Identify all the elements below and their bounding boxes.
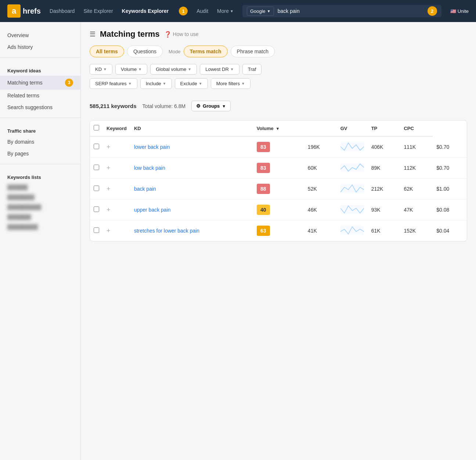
filter-exclude[interactable]: Exclude ▼: [175, 78, 208, 89]
logo-icon: a: [7, 4, 21, 18]
kd-badge-4: 63: [257, 226, 270, 236]
add-keyword-btn-4[interactable]: +: [103, 220, 130, 241]
tab-terms-match[interactable]: Terms match: [184, 46, 228, 57]
nav-dashboard[interactable]: Dashboard: [50, 8, 75, 14]
kd-badge-2: 88: [257, 184, 270, 194]
page-title: Matching terms: [100, 29, 160, 39]
filter-lowest-dr[interactable]: Lowest DR ▼: [200, 64, 239, 75]
tab-phrase-match[interactable]: Phrase match: [231, 46, 275, 57]
add-keyword-btn-2[interactable]: +: [103, 179, 130, 200]
filter-serp-features[interactable]: SERP features ▼: [90, 78, 137, 89]
sidebar-badge-3: 3: [65, 79, 73, 87]
row-checkbox-2[interactable]: [94, 186, 99, 191]
nav-audit[interactable]: Audit: [196, 8, 208, 14]
menu-icon[interactable]: ☰: [90, 30, 95, 38]
sliders-icon: ⚙: [196, 103, 201, 109]
col-volume[interactable]: Volume ▼: [253, 121, 304, 136]
how-to-use-button[interactable]: ❓ How to use: [164, 31, 199, 38]
sidebar-divider-3: [0, 164, 80, 164]
groups-button[interactable]: ⚙ Groups ▼: [191, 101, 231, 111]
sidebar-item-overview[interactable]: Overview: [0, 29, 80, 41]
search-engine-selector[interactable]: Google ▼: [247, 7, 274, 16]
sidebar-item-related-terms[interactable]: Related terms: [0, 90, 80, 101]
table-header-row: Keyword KD Volume ▼ GV TP CPC: [90, 121, 467, 136]
svg-rect-2: [340, 184, 364, 193]
country-selector[interactable]: 🇺🇸 Unite: [450, 8, 469, 14]
main-layout: Overview Ads history Keyword ideas Match…: [0, 22, 476, 460]
results-count: 585,211 keywords: [90, 103, 137, 109]
col-gv: GV: [337, 121, 368, 136]
filter-volume[interactable]: Volume ▼: [115, 64, 147, 75]
add-keyword-btn-0[interactable]: +: [103, 136, 130, 158]
chevron-down-icon: ▼: [230, 9, 234, 13]
nav-site-explorer[interactable]: Site Explorer: [83, 8, 113, 14]
sidebar-item-search-suggestions[interactable]: Search suggestions: [0, 101, 80, 113]
keyword-link-2[interactable]: back pain: [134, 186, 156, 192]
tabs-row: All terms Questions Mode Terms match Phr…: [90, 46, 467, 57]
sidebar-divider-1: [0, 57, 80, 58]
search-badge-2: 2: [428, 6, 437, 16]
table-row: + upper back pain 40 46K 93K 47K $0.08: [90, 200, 467, 220]
filter-global-volume[interactable]: Global volume ▼: [150, 64, 197, 75]
add-keyword-btn-3[interactable]: +: [103, 200, 130, 220]
chevron-down-icon: ▼: [230, 67, 234, 71]
col-keyword: Keyword: [103, 121, 130, 136]
filter-kd[interactable]: KD ▼: [90, 64, 112, 75]
sidebar-blurred-1: ██████: [0, 182, 80, 192]
chevron-down-icon: ▼: [128, 82, 132, 86]
sidebar-blurred-3: ██████████: [0, 202, 80, 212]
sidebar-item-matching-terms[interactable]: Matching terms 3: [0, 76, 80, 90]
keyword-link-0[interactable]: lower back pain: [134, 144, 170, 150]
cpc-cell-0: $0.70: [433, 136, 467, 158]
table-row: + low back pain 83 60K 89K 112K $0.70: [90, 158, 467, 179]
cpc-cell-2: $1.00: [433, 179, 467, 200]
chevron-down-icon: ▼: [163, 82, 166, 86]
select-all-checkbox[interactable]: [94, 125, 99, 130]
volume-cell-1: 60K: [304, 158, 337, 179]
tab-questions[interactable]: Questions: [127, 46, 163, 57]
filter-more-filters[interactable]: More filters ▼: [211, 78, 250, 89]
sidebar-item-by-domains[interactable]: By domains: [0, 136, 80, 148]
chevron-down-icon: ▼: [199, 82, 202, 86]
sidebar-item-by-pages[interactable]: By pages: [0, 148, 80, 159]
keyword-link-4[interactable]: stretches for lower back pain: [134, 228, 199, 234]
cpc-cell-1: $0.70: [433, 158, 467, 179]
volume-cell-3: 46K: [304, 200, 337, 220]
tp-cell-0: 111K: [400, 136, 433, 158]
row-checkbox-4[interactable]: [94, 227, 99, 233]
row-checkbox-3[interactable]: [94, 206, 99, 212]
sidebar-divider-2: [0, 118, 80, 118]
keyword-search-input[interactable]: [278, 8, 425, 14]
keywords-table: Keyword KD Volume ▼ GV TP CPC + lo: [90, 120, 467, 241]
filters-row-2: SERP features ▼ Include ▼ Exclude ▼ More…: [90, 78, 467, 89]
logo[interactable]: a hrefs: [7, 4, 41, 18]
nav-keywords-explorer[interactable]: Keywords Explorer: [122, 8, 169, 14]
top-navigation: a hrefs Dashboard Site Explorer Keywords…: [0, 0, 476, 22]
main-content: ☰ Matching terms ❓ How to use All terms …: [81, 22, 476, 460]
add-keyword-btn-1[interactable]: +: [103, 158, 130, 179]
chevron-down-icon: ▼: [267, 9, 271, 13]
kd-badge-3: 40: [257, 205, 270, 215]
sidebar-blurred-2: ████████: [0, 192, 80, 202]
tp-cell-4: 152K: [400, 220, 433, 241]
gv-cell-2: 212K: [368, 179, 400, 200]
nav-more[interactable]: More ▼: [217, 8, 234, 14]
sidebar-item-ads-history[interactable]: Ads history: [0, 41, 80, 53]
filter-traffic[interactable]: Traf: [242, 64, 262, 75]
results-header: 585,211 keywords Total volume: 6.8M ⚙ Gr…: [90, 95, 467, 115]
sort-arrow-icon: ▼: [275, 126, 280, 131]
row-checkbox-1[interactable]: [94, 165, 99, 170]
logo-text: hrefs: [23, 7, 41, 15]
help-circle-icon: ❓: [164, 31, 172, 38]
keyword-link-1[interactable]: low back pain: [134, 165, 165, 171]
keyword-link-3[interactable]: upper back pain: [134, 207, 171, 213]
col-tp: TP: [368, 121, 400, 136]
tab-all-terms[interactable]: All terms: [90, 46, 124, 57]
results-volume: Total volume: 6.8M: [143, 103, 186, 109]
kd-badge-1: 83: [257, 163, 270, 173]
sidebar-section-keyword-ideas: Keyword ideas: [0, 62, 80, 76]
filter-include[interactable]: Include ▼: [140, 78, 172, 89]
nav-right: 🇺🇸 Unite: [450, 8, 469, 14]
gv-cell-4: 61K: [368, 220, 400, 241]
row-checkbox-0[interactable]: [94, 144, 99, 149]
